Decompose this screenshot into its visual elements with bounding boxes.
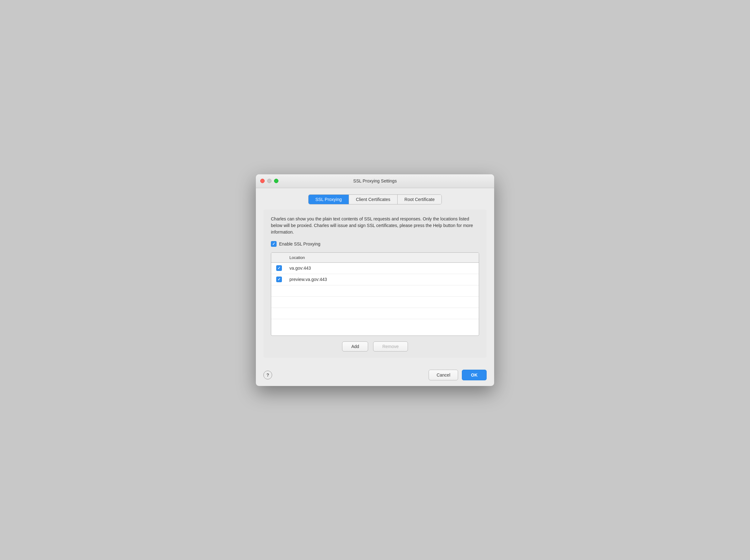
locations-table: Location ✓ va.gov:443 ✓: [271, 253, 479, 336]
enable-ssl-checkbox-row: ✓ Enable SSL Proxying: [271, 241, 479, 247]
cancel-button[interactable]: Cancel: [429, 370, 458, 380]
tabs-container: SSL Proxying Client Certificates Root Ce…: [308, 194, 442, 204]
header-location-col: Location: [287, 253, 479, 262]
empty-row: [271, 308, 479, 319]
row1-checkmark-icon: ✓: [278, 266, 281, 270]
ssl-proxying-panel: Charles can show you the plain text cont…: [263, 209, 487, 358]
bottom-bar: ? Cancel OK: [256, 365, 494, 386]
tab-ssl-proxying[interactable]: SSL Proxying: [308, 195, 349, 204]
enable-ssl-checkbox[interactable]: ✓: [271, 241, 277, 247]
table-header: Location: [271, 253, 479, 263]
add-button[interactable]: Add: [342, 341, 368, 352]
tabs-row: SSL Proxying Client Certificates Root Ce…: [263, 194, 487, 204]
ok-button[interactable]: OK: [462, 370, 487, 380]
titlebar: SSL Proxying Settings: [256, 174, 494, 188]
remove-button[interactable]: Remove: [373, 341, 408, 352]
close-button[interactable]: [260, 179, 265, 183]
empty-rows: [271, 285, 479, 336]
row2-check-col: ✓: [271, 274, 287, 285]
window-content: SSL Proxying Client Certificates Root Ce…: [256, 188, 494, 365]
help-button[interactable]: ?: [263, 371, 272, 379]
empty-row: [271, 297, 479, 308]
window: SSL Proxying Settings SSL Proxying Clien…: [256, 174, 494, 386]
bottom-actions: Cancel OK: [429, 370, 487, 380]
tab-root-certificate[interactable]: Root Certificate: [398, 195, 442, 204]
empty-row: [271, 319, 479, 331]
enable-ssl-label: Enable SSL Proxying: [279, 241, 321, 246]
table-row[interactable]: ✓ preview.va.gov:443: [271, 274, 479, 285]
header-check-col: [271, 255, 287, 260]
tab-client-certificates[interactable]: Client Certificates: [349, 195, 398, 204]
window-title: SSL Proxying Settings: [353, 178, 397, 183]
row2-checkmark-icon: ✓: [278, 278, 281, 281]
traffic-lights: [260, 179, 279, 183]
row1-checkbox[interactable]: ✓: [276, 265, 282, 271]
maximize-button[interactable]: [274, 179, 279, 183]
empty-row: [271, 285, 479, 297]
row1-check-col: ✓: [271, 263, 287, 274]
table-row[interactable]: ✓ va.gov:443: [271, 263, 479, 274]
checkmark-icon: ✓: [272, 242, 275, 246]
panel-description: Charles can show you the plain text cont…: [271, 216, 479, 236]
row1-location: va.gov:443: [287, 263, 479, 273]
table-action-buttons: Add Remove: [271, 341, 479, 352]
row2-checkbox[interactable]: ✓: [276, 277, 282, 282]
row2-location: preview.va.gov:443: [287, 274, 479, 284]
minimize-button[interactable]: [267, 179, 271, 183]
